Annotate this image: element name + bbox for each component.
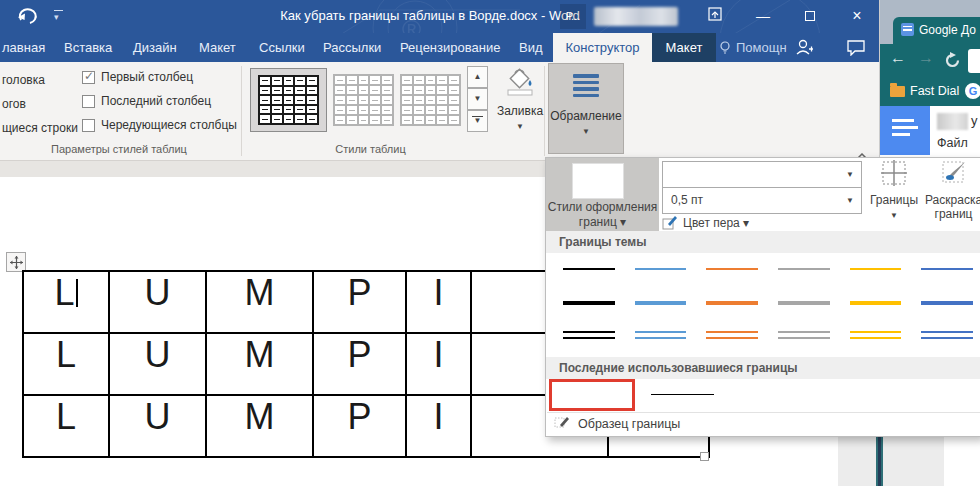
gallery-scroll-up[interactable]: ▲ [467,66,488,88]
table-cell[interactable]: P [313,271,406,333]
theme-border-swatch[interactable] [778,301,830,305]
account-badge[interactable]: Р... [560,4,586,29]
border-styles-gallery-button[interactable]: Стили оформления границ ▾ [546,158,659,231]
screen: ® ▾ Как убрать границы таблицы в Ворде.d… [0,0,980,486]
tab-layout[interactable]: Макет [199,33,236,62]
bookmark-fast-dial[interactable]: Fast Dial [910,84,959,98]
gallery-more-button[interactable]: ▼ [467,110,488,132]
border-sampler-item[interactable]: Образец границы [546,413,980,436]
recent-border-sample[interactable] [651,394,714,395]
theme-border-swatch[interactable] [563,331,615,339]
folder-icon [890,86,905,97]
table-resize-handle[interactable] [700,452,709,461]
table-cell[interactable]: U [109,395,206,457]
gallery-scroll-down[interactable]: ▼ [467,88,488,110]
table-style-option[interactable] [400,74,461,126]
theme-border-swatch[interactable] [563,268,615,270]
table-style-option[interactable] [333,74,394,126]
theme-border-swatch[interactable] [635,331,687,339]
comments-icon[interactable] [847,40,865,60]
theme-border-swatch[interactable] [635,268,687,270]
theme-border-swatch[interactable] [635,301,687,305]
close-button[interactable]: × [842,2,872,30]
table-cell[interactable]: M [206,333,313,395]
tab-view[interactable]: Вид [519,33,543,62]
border-painter-button[interactable]: Раскраска границ [925,160,980,221]
line-style-combobox[interactable]: ▼ [662,161,862,188]
theme-border-swatch[interactable] [921,301,973,305]
tab-references[interactable]: Ссылки [259,33,305,62]
redo-icon[interactable] [18,6,40,26]
theme-border-swatch[interactable] [778,268,830,270]
borders-split-button[interactable]: Границы ▼ [864,160,924,221]
theme-border-swatch[interactable] [563,301,615,305]
theme-border-swatch[interactable] [850,301,902,305]
refresh-icon[interactable] [944,52,961,73]
theme-border-swatch[interactable] [921,331,973,339]
checkbox-last-column[interactable]: Последний столбец [82,94,211,108]
table-cell[interactable]: I [406,271,471,333]
table-style-selected[interactable] [250,68,327,132]
table-cell[interactable]: M [206,395,313,457]
theme-border-swatch[interactable] [706,301,758,305]
forward-icon[interactable]: → [918,49,934,67]
theme-border-swatch[interactable] [850,268,902,270]
borders-popup: Стили оформления границ ▾ ▼ 0,5 пт ▼ Цве… [545,157,980,437]
maximize-button[interactable] [795,2,825,30]
table-move-handle[interactable] [6,252,26,272]
table-cell[interactable]: P [313,395,406,457]
theme-border-row-thin [553,254,980,284]
theme-border-row-thick [553,288,980,318]
tell-me-assistant[interactable]: Помощн [719,33,787,62]
tab-home-cut[interactable]: лавная [2,33,45,62]
file-menu-item[interactable]: Файл [937,136,968,150]
border-painter-label2: границ [935,207,973,221]
browser-nav-bar: ← → [880,44,980,78]
group-label-table-styles: Стили таблиц [248,143,493,155]
checkbox-first-column[interactable]: ✓ Первый столбец [82,70,193,84]
theme-border-swatch[interactable] [706,268,758,270]
theme-border-swatch[interactable] [850,331,902,339]
table-cell[interactable]: I [406,395,471,457]
ribbon-display-options-icon[interactable] [700,2,730,30]
minimize-button[interactable]: — [748,2,778,30]
back-icon[interactable]: ← [890,49,906,67]
tab-insert[interactable]: Вставка [64,33,112,62]
tab-design[interactable]: Дизайн [133,33,177,62]
borders-lines-icon [573,71,599,97]
table-cell[interactable]: L [23,271,109,333]
borders-group-button-pressed[interactable]: Обрамление ▼ [548,63,624,154]
total-row-label-cut: огов [2,97,26,111]
borders-grid-icon [881,160,907,186]
shading-button[interactable]: Заливка ▼ [494,66,546,132]
theme-border-swatch[interactable] [921,268,973,270]
address-bar[interactable] [968,49,980,73]
browser-tab[interactable]: Google До [893,17,980,44]
tab-mailings[interactable]: Рассылки [323,33,381,62]
border-sampler-icon [554,415,570,431]
table-cell[interactable]: M [206,271,313,333]
table-cell[interactable]: L [23,333,109,395]
theme-border-swatch[interactable] [778,331,830,339]
share-person-icon[interactable] [795,37,813,61]
table-cell[interactable]: P [313,333,406,395]
table-cell[interactable]: L [23,395,109,457]
menu-hamburger-button[interactable] [880,106,930,155]
table-cell[interactable]: I [406,333,471,395]
banded-rows-label-cut: щиеся строки [2,121,78,135]
tab-table-design-active[interactable]: Конструктор [553,33,652,62]
line-width-combobox[interactable]: 0,5 пт ▼ [662,187,862,214]
table-cell[interactable]: U [109,333,206,395]
line-width-value: 0,5 пт [671,193,703,207]
border-painter-icon [941,160,967,186]
google-icon[interactable]: G [965,83,980,99]
customize-qat-icon[interactable]: ▾ [54,10,63,22]
tab-table-layout-contextual[interactable]: Макет [652,33,716,62]
checkbox-unchecked-icon [82,119,95,132]
section-header-theme-borders: Границы темы [546,231,980,253]
theme-border-swatch[interactable] [706,331,758,339]
checkbox-banded-columns[interactable]: Чередующиеся столбцы [82,118,237,132]
browser-tab-title: Google До [919,23,976,37]
table-cell[interactable]: U [109,271,206,333]
tab-review[interactable]: Рецензирование [400,33,500,62]
